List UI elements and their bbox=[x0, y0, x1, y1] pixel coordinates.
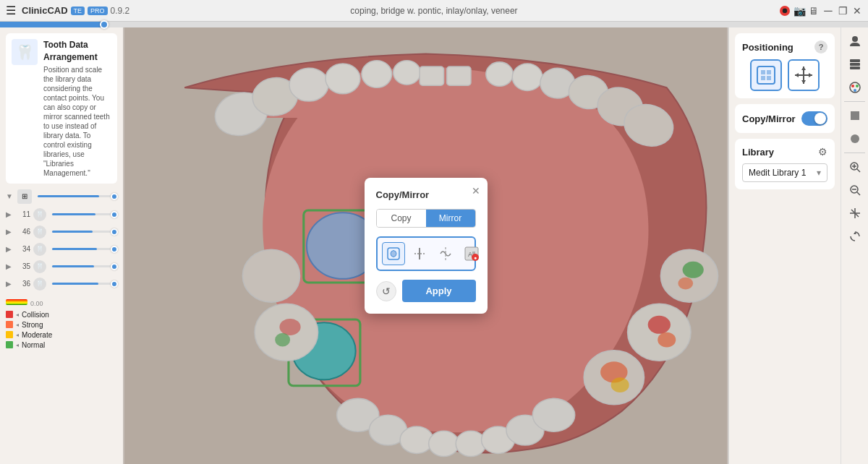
info-icon: 🦷 bbox=[12, 39, 38, 65]
menu-icon[interactable]: ☰ bbox=[6, 4, 16, 17]
dialog-title: Copy/Mirror bbox=[376, 189, 476, 200]
svg-rect-62 bbox=[850, 66, 860, 69]
app-name: ClinicCAD bbox=[22, 5, 68, 16]
close-button[interactable]: ✕ bbox=[852, 6, 862, 16]
toolbar-zoom-out-icon[interactable] bbox=[844, 179, 866, 201]
top-slider-knob[interactable] bbox=[111, 193, 118, 200]
copy-mirror-toggle[interactable] bbox=[801, 111, 827, 126]
legend-arrow-normal: ◂ bbox=[16, 342, 19, 348]
toggle-35[interactable]: ▶ bbox=[6, 262, 14, 271]
pos-icon-grid[interactable] bbox=[750, 59, 782, 91]
svg-marker-57 bbox=[795, 73, 799, 77]
library-chevron-icon: ▾ bbox=[817, 168, 821, 178]
toolbar-palette-icon[interactable] bbox=[844, 77, 866, 98]
toggle-11[interactable]: ▶ bbox=[6, 210, 14, 219]
legend-arrow-collision: ◂ bbox=[16, 312, 19, 318]
scale-bar bbox=[6, 299, 27, 305]
library-select[interactable]: Medit Library 1 ▾ bbox=[742, 163, 827, 182]
progress-handle[interactable] bbox=[100, 20, 109, 29]
dialog-close-button[interactable]: ✕ bbox=[472, 185, 480, 197]
tab-copy[interactable]: Copy bbox=[377, 210, 426, 227]
library-header: Library ⚙ bbox=[742, 146, 827, 158]
minimize-button[interactable]: ─ bbox=[823, 6, 833, 16]
toggle-34[interactable]: ▶ bbox=[6, 245, 14, 254]
slider-track-11[interactable] bbox=[52, 213, 114, 215]
toolbar-reset-icon[interactable] bbox=[844, 225, 866, 247]
legend-color-collision bbox=[6, 311, 13, 318]
svg-rect-61 bbox=[850, 63, 860, 66]
svg-text:●: ● bbox=[473, 255, 476, 260]
toggle-46[interactable]: ▶ bbox=[6, 228, 14, 236]
legend-strong: ◂ Strong bbox=[6, 321, 117, 329]
left-panel: 🦷 Tooth Data Arrangement Position and sc… bbox=[0, 27, 123, 464]
info-description: Position and scale the library data cons… bbox=[43, 65, 111, 178]
apply-button[interactable]: Apply bbox=[402, 280, 476, 302]
toolbar-zoom-in-icon[interactable] bbox=[844, 156, 866, 178]
badge-te: TE bbox=[71, 7, 85, 15]
slider-row-11: ▶ 11 🦷 bbox=[6, 208, 117, 221]
pos-icon-transform[interactable] bbox=[788, 59, 820, 91]
dialog-footer: ↺ Apply bbox=[376, 280, 476, 302]
positioning-help-button[interactable]: ? bbox=[814, 40, 827, 53]
legend-color-normal bbox=[6, 341, 13, 348]
toolbar-cube-icon[interactable] bbox=[844, 105, 866, 126]
icon-btn-mirror[interactable] bbox=[434, 242, 457, 265]
main-area: 🦷 Tooth Data Arrangement Position and sc… bbox=[0, 27, 868, 464]
legend-label-normal: Normal bbox=[22, 341, 45, 349]
svg-point-68 bbox=[851, 134, 859, 143]
legend-arrow-strong: ◂ bbox=[16, 322, 19, 328]
legend-normal: ◂ Normal bbox=[6, 341, 117, 349]
legend-color-strong bbox=[6, 321, 13, 328]
svg-rect-60 bbox=[850, 59, 860, 62]
slider-track-36[interactable] bbox=[52, 283, 114, 285]
library-selected-value: Medit Library 1 bbox=[749, 168, 806, 178]
tab-mirror[interactable]: Mirror bbox=[426, 210, 475, 227]
tooth-icon-11: 🦷 bbox=[33, 208, 46, 221]
toolbar-circle-icon[interactable] bbox=[844, 128, 866, 150]
tooth-icon-46: 🦷 bbox=[33, 225, 46, 239]
toggle-36[interactable]: ▶ bbox=[6, 280, 14, 288]
tooth-num-35: 35 bbox=[17, 262, 30, 270]
svg-rect-50 bbox=[767, 70, 771, 74]
camera-button[interactable]: 📷 bbox=[794, 6, 804, 16]
tooth-icon-36: 🦷 bbox=[33, 278, 46, 291]
legend-label-strong: Strong bbox=[22, 321, 43, 329]
right-toolbar bbox=[841, 27, 868, 464]
toolbar-layers-icon[interactable] bbox=[844, 53, 866, 75]
svg-point-64 bbox=[851, 85, 854, 87]
slider-track-34[interactable] bbox=[52, 248, 114, 250]
legend-label-moderate: Moderate bbox=[22, 331, 52, 339]
icon-btn-all[interactable]: All ● bbox=[460, 242, 483, 265]
progress-bar[interactable] bbox=[0, 22, 868, 27]
svg-rect-48 bbox=[757, 66, 775, 84]
svg-rect-67 bbox=[851, 111, 859, 120]
library-gear-icon[interactable]: ⚙ bbox=[818, 146, 827, 158]
tooth-num-36: 36 bbox=[17, 280, 30, 288]
top-slider-track[interactable] bbox=[38, 195, 114, 197]
library-section: Library ⚙ Medit Library 1 ▾ bbox=[735, 139, 835, 189]
toolbar-person-icon[interactable] bbox=[844, 30, 866, 52]
record-button[interactable]: ⏺ bbox=[780, 6, 790, 16]
slider-track-35[interactable] bbox=[52, 265, 114, 267]
slider-track-46[interactable] bbox=[52, 231, 114, 233]
positioning-label: Positioning bbox=[742, 42, 793, 53]
legend-moderate: ◂ Moderate bbox=[6, 331, 117, 339]
restore-button[interactable]: ❐ bbox=[838, 6, 848, 16]
svg-marker-56 bbox=[801, 80, 806, 84]
screen-button[interactable]: 🖥 bbox=[809, 6, 819, 16]
slider-row-46: ▶ 46 🦷 bbox=[6, 225, 117, 239]
svg-point-66 bbox=[854, 89, 856, 92]
top-slider-fill bbox=[38, 195, 99, 197]
slider-section: ▼ ⊞ ▶ 11 🦷 ▶ 46 🦷 bbox=[6, 189, 117, 291]
icon-btn-line[interactable] bbox=[408, 242, 431, 265]
copy-mirror-dialog: Copy/Mirror ✕ Copy Mirror bbox=[365, 178, 488, 314]
top-slider-toggle[interactable]: ▼ bbox=[6, 192, 14, 201]
svg-line-74 bbox=[857, 192, 860, 195]
canvas-area[interactable]: Copy/Mirror ✕ Copy Mirror bbox=[123, 27, 728, 464]
reset-button[interactable]: ↺ bbox=[376, 281, 396, 301]
positioning-section: Positioning ? bbox=[735, 33, 835, 98]
top-slider-row: ▼ ⊞ bbox=[6, 189, 117, 204]
toolbar-fit-icon[interactable] bbox=[844, 202, 866, 224]
info-title: Tooth Data Arrangement bbox=[43, 39, 111, 64]
icon-btn-tooth[interactable] bbox=[382, 242, 405, 265]
